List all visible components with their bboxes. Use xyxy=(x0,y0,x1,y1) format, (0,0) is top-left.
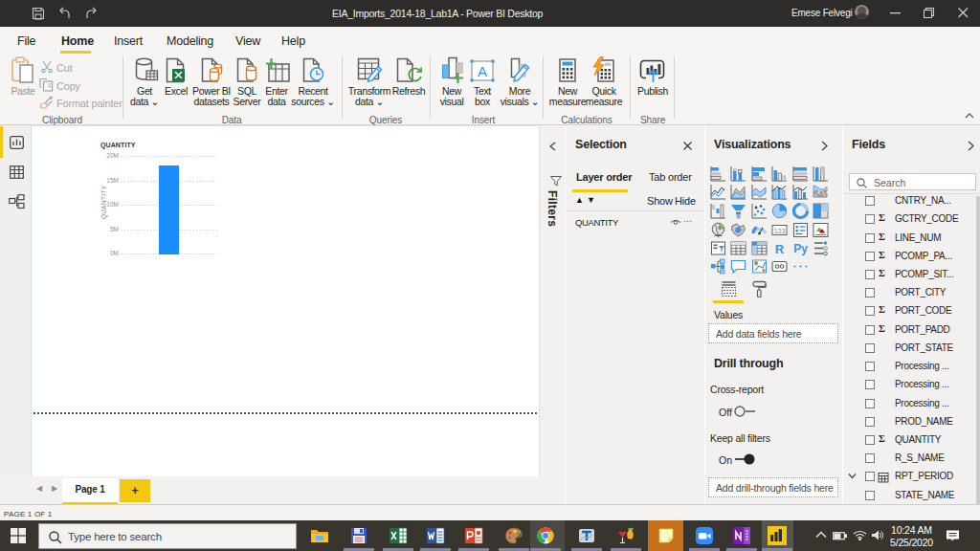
svg-text:Py: Py xyxy=(793,242,808,255)
svg-text:123: 123 xyxy=(774,227,786,233)
svg-text:A: A xyxy=(478,63,487,79)
svg-text:R: R xyxy=(775,242,785,256)
